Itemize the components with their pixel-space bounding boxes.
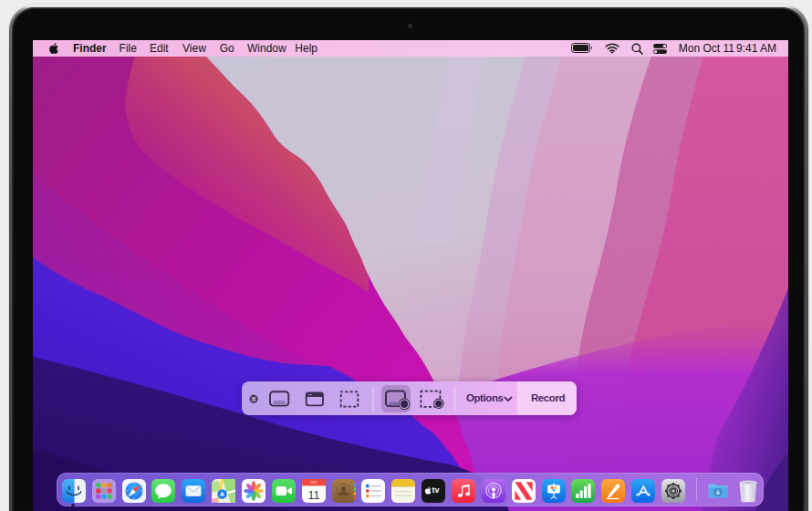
svg-text:OCT: OCT <box>310 481 318 485</box>
svg-text:11: 11 <box>307 488 319 501</box>
svg-text:tv: tv <box>432 485 440 495</box>
